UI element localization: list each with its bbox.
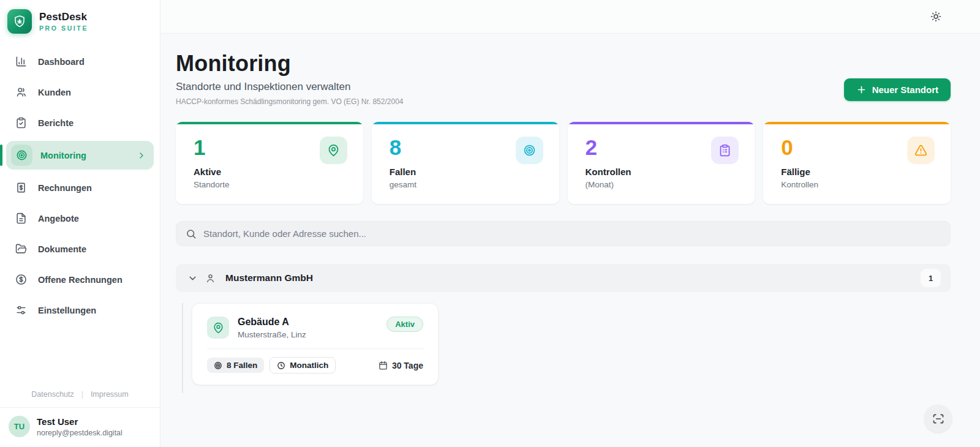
site-name: Gebäude A <box>238 317 306 328</box>
target-icon <box>214 361 222 370</box>
legal-separator: | <box>81 390 83 399</box>
stat-sublabel: gesamt <box>390 180 545 189</box>
sun-icon <box>930 11 941 22</box>
topbar <box>160 0 980 34</box>
interval-chip: Monatlich <box>270 357 336 374</box>
sidebar-item-angebote[interactable]: Angebote <box>6 206 154 231</box>
stat-label: Kontrollen <box>586 167 741 177</box>
brand-suite: PRO SUITE <box>39 24 88 32</box>
brand-name: PestDesk <box>39 11 88 23</box>
clipboard-check-icon <box>15 117 27 129</box>
target-icon <box>516 137 543 164</box>
sidebar-item-dashboard[interactable]: Dashboard <box>6 49 154 74</box>
stat-card-due-controls: 0 Fällige Kontrollen <box>763 122 951 204</box>
sidebar-item-monitoring[interactable]: Monitoring <box>6 141 154 170</box>
legal-links: Datenschutz | Impressum <box>0 384 160 407</box>
chevron-down-icon[interactable] <box>187 273 198 284</box>
clock-icon <box>277 361 285 370</box>
imprint-link[interactable]: Impressum <box>91 390 129 399</box>
user-box[interactable]: TU Test User noreply@pestdesk.digital <box>0 407 160 447</box>
sidebar: PestDesk PRO SUITE Dashboard Kunden Beri… <box>0 0 160 447</box>
stat-card-active-sites: 1 Aktive Standorte <box>176 122 363 204</box>
site-list: Gebäude A Musterstraße, Linz Aktiv 8 Fal… <box>176 303 951 385</box>
user-name: Test User <box>37 416 123 427</box>
due-indicator: 30 Tage <box>379 361 423 370</box>
sidebar-item-label: Kunden <box>38 88 71 97</box>
divider <box>207 348 423 349</box>
sidebar-item-dokumente[interactable]: Dokumente <box>6 236 154 261</box>
page-header: Monitoring Standorte und Inspektionen ve… <box>176 51 951 106</box>
radar-icon <box>11 145 32 166</box>
privacy-link[interactable]: Datenschutz <box>31 390 74 399</box>
site-address: Musterstraße, Linz <box>238 330 306 339</box>
sliders-icon <box>15 304 27 317</box>
dollar-circle-icon <box>15 274 27 286</box>
customer-group-name: Mustermann GmbH <box>225 272 313 284</box>
users-icon <box>15 86 27 99</box>
site-card-footer: 8 Fallen Monatlich 30 Tage <box>207 357 423 374</box>
customer-group-row[interactable]: Mustermann GmbH 1 <box>176 264 951 292</box>
new-site-button-label: Neuer Standort <box>872 85 938 95</box>
map-pin-icon <box>320 137 347 164</box>
invoice-icon <box>15 182 27 194</box>
search-bar <box>176 221 951 246</box>
sidebar-item-berichte[interactable]: Berichte <box>6 110 154 135</box>
stat-label: Fällige <box>781 167 936 177</box>
stat-label: Aktive <box>194 167 349 177</box>
site-info: Gebäude A Musterstraße, Linz <box>238 317 306 339</box>
indent-line <box>182 303 183 393</box>
plus-icon <box>856 85 867 95</box>
group-count-badge: 1 <box>921 269 941 287</box>
sidebar-item-offene-rechnungen[interactable]: Offene Rechnungen <box>6 267 154 292</box>
new-site-button[interactable]: Neuer Standort <box>844 78 951 101</box>
stat-sublabel: Standorte <box>194 180 349 189</box>
sidebar-footer: Datenschutz | Impressum TU Test User nor… <box>0 384 160 447</box>
clipboard-list-icon <box>711 137 739 164</box>
page-note: HACCP-konformes Schädlingsmonitoring gem… <box>176 97 951 106</box>
site-card-header: Gebäude A Musterstraße, Linz Aktiv <box>207 317 423 339</box>
alert-triangle-icon <box>907 137 935 164</box>
calendar-icon <box>379 361 388 370</box>
sidebar-item-label: Dashboard <box>38 57 85 67</box>
sidebar-item-einstellungen[interactable]: Einstellungen <box>6 298 154 323</box>
sidebar-item-label: Dokumente <box>38 244 86 254</box>
search-input[interactable] <box>203 228 941 239</box>
avatar: TU <box>9 416 30 437</box>
file-text-icon <box>15 212 27 225</box>
theme-toggle-button[interactable] <box>926 7 946 26</box>
traps-chip: 8 Fallen <box>207 358 264 373</box>
site-card[interactable]: Gebäude A Musterstraße, Linz Aktiv 8 Fal… <box>192 303 439 385</box>
page-subtitle: Standorte und Inspektionen verwalten <box>176 81 951 93</box>
sidebar-nav: Dashboard Kunden Berichte Monitoring <box>0 38 160 323</box>
pestdesk-logo-icon <box>7 9 32 34</box>
status-badge: Aktiv <box>386 317 423 332</box>
folder-icon <box>15 243 27 255</box>
sidebar-item-rechnungen[interactable]: Rechnungen <box>6 175 154 200</box>
sidebar-item-label: Angebote <box>38 214 79 224</box>
brand: PestDesk PRO SUITE <box>0 0 160 38</box>
sidebar-item-label: Rechnungen <box>38 183 92 193</box>
sidebar-item-kunden[interactable]: Kunden <box>6 80 154 105</box>
interval-chip-label: Monatlich <box>290 361 328 370</box>
traps-chip-label: 8 Fallen <box>227 361 257 370</box>
brand-text: PestDesk PRO SUITE <box>39 11 88 32</box>
user-icon <box>205 273 216 284</box>
stat-sublabel: (Monat) <box>586 180 741 189</box>
due-label: 30 Tage <box>392 361 423 370</box>
sidebar-item-label: Berichte <box>38 118 74 128</box>
map-pin-icon <box>207 317 229 339</box>
scan-button[interactable] <box>924 405 952 432</box>
main-content: Monitoring Standorte und Inspektionen ve… <box>160 34 980 447</box>
search-icon <box>186 228 197 239</box>
sidebar-item-label: Einstellungen <box>38 306 96 315</box>
chevron-right-icon <box>137 151 146 160</box>
stat-card-traps-total: 8 Fallen gesamt <box>372 122 559 204</box>
user-email: noreply@pestdesk.digital <box>37 429 123 437</box>
sidebar-item-label: Offene Rechnungen <box>38 275 123 285</box>
page-title: Monitoring <box>176 51 951 77</box>
scan-line-icon <box>932 413 944 425</box>
sidebar-item-label: Monitoring <box>40 151 86 160</box>
stat-sublabel: Kontrollen <box>781 180 936 189</box>
stat-card-controls-month: 2 Kontrollen (Monat) <box>568 122 755 204</box>
user-info: Test User noreply@pestdesk.digital <box>37 416 123 437</box>
